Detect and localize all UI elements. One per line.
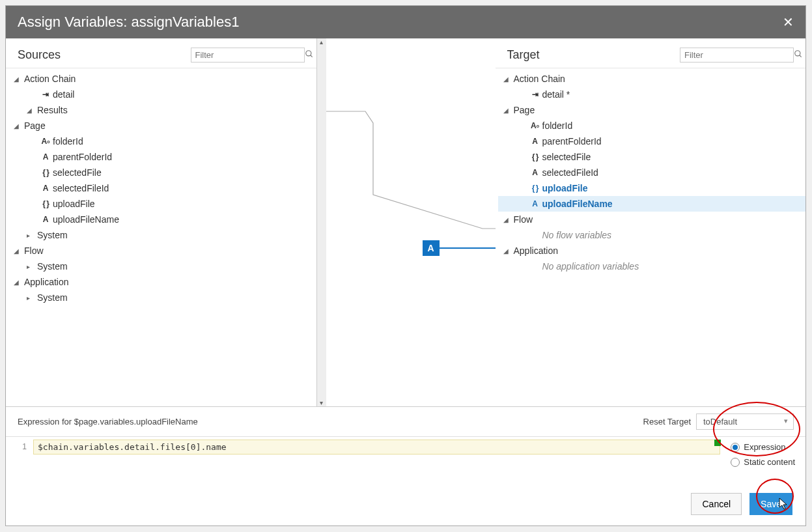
expression-bar: Expression for $page.variables.uploadFil… — [6, 407, 805, 436]
tree-node-selectedfile[interactable]: selectedFile — [8, 165, 316, 180]
mapping-canvas: A — [326, 38, 496, 406]
tree-node-uploadfilename[interactable]: AuploadFileName — [8, 212, 316, 227]
tree-node-parentfolderid[interactable]: AparentFolderId — [8, 149, 316, 165]
target-tree: ◢Action Chain ⇥detail * ◢Page AofolderId… — [496, 68, 806, 406]
validity-marker-icon — [714, 440, 721, 446]
string-icon: A — [40, 215, 51, 224]
tree-node-detail[interactable]: ⇥detail — [8, 87, 316, 102]
svg-line-1 — [310, 55, 312, 57]
svg-point-2 — [795, 51, 800, 56]
expression-editor-row: 1 $chain.variables.detail.files[0].name … — [6, 436, 805, 483]
tree-node-application[interactable]: ◢Application — [8, 274, 316, 290]
string-icon: A — [40, 184, 51, 193]
target-header: Target — [496, 38, 806, 68]
tree-node-uploadfile[interactable]: uploadFile — [8, 196, 316, 212]
radio-expression[interactable]: Expression — [731, 442, 795, 452]
tree-node-system[interactable]: ▸System — [8, 227, 316, 243]
tree-node-folderid[interactable]: AofolderId — [8, 133, 316, 149]
target-filter-input[interactable] — [684, 50, 794, 60]
sources-filter-input[interactable] — [195, 50, 305, 60]
target-title: Target — [507, 48, 540, 62]
search-icon — [794, 49, 803, 61]
tree-node-action-chain[interactable]: ◢Action Chain — [8, 71, 316, 87]
string-icon: A — [529, 168, 541, 177]
radio-static[interactable]: Static content — [731, 457, 795, 467]
sources-header: Sources — [6, 38, 316, 68]
expression-mode-radios: Expression Static content — [727, 440, 799, 469]
string-icon: A — [40, 152, 51, 161]
object-icon — [40, 168, 51, 177]
tree-node-selectedfile[interactable]: selectedFile — [498, 149, 806, 165]
dialog-title: Assign Variables: assignVariables1 — [18, 14, 239, 31]
tree-node-system[interactable]: ▸System — [8, 290, 316, 305]
tree-node-application[interactable]: ◢Application — [498, 243, 806, 259]
string-icon: Ao — [529, 121, 541, 130]
radio-icon — [731, 458, 740, 467]
close-icon[interactable]: ✕ — [783, 14, 794, 30]
tree-node-parentfolderid[interactable]: AparentFolderId — [498, 133, 806, 149]
sources-title: Sources — [18, 48, 61, 62]
reset-target-select[interactable]: toDefault — [696, 413, 794, 430]
object-icon — [529, 152, 541, 161]
sources-filter[interactable] — [191, 48, 305, 63]
input-icon: ⇥ — [529, 90, 541, 99]
sources-panel: Sources ◢Action Chain ⇥detail ◢Results ◢… — [6, 38, 317, 406]
svg-point-0 — [305, 51, 311, 56]
tree-node-uploadfile[interactable]: uploadFile — [498, 180, 806, 196]
target-panel: Target ◢Action Chain ⇥detail * ◢Page Aof… — [496, 38, 806, 406]
dialog-actions: Cancel Save — [6, 483, 805, 525]
tree-node-action-chain[interactable]: ◢Action Chain — [498, 71, 806, 87]
assign-variables-dialog: Assign Variables: assignVariables1 ✕ Sou… — [5, 5, 806, 526]
save-button[interactable]: Save — [749, 493, 792, 515]
scroll-up-icon[interactable]: ▴ — [320, 38, 323, 46]
empty-app-msg: No application variables — [498, 259, 806, 274]
reset-target-label: Reset Target — [643, 417, 691, 427]
cancel-button[interactable]: Cancel — [691, 493, 742, 515]
svg-line-3 — [800, 55, 802, 57]
tree-node-page[interactable]: ◢Page — [8, 118, 316, 133]
string-icon: A — [529, 137, 541, 146]
input-icon: ⇥ — [40, 90, 51, 99]
expression-input[interactable]: $chain.variables.detail.files[0].name — [33, 440, 720, 455]
scroll-down-icon[interactable]: ▾ — [320, 399, 323, 406]
dialog-titlebar: Assign Variables: assignVariables1 ✕ — [6, 6, 805, 38]
target-filter[interactable] — [680, 48, 794, 63]
tree-node-results[interactable]: ◢Results — [8, 102, 316, 118]
radio-icon — [731, 443, 740, 452]
tree-node-selectedfileid[interactable]: AselectedFileId — [8, 180, 316, 196]
string-icon: A — [529, 199, 541, 208]
tree-node-flow[interactable]: ◢Flow — [8, 243, 316, 259]
tree-node-uploadfilename[interactable]: AuploadFileName — [498, 196, 806, 212]
tree-node-system[interactable]: ▸System — [8, 259, 316, 274]
expression-for-label: Expression for $page.variables.uploadFil… — [18, 417, 198, 427]
panels-container: Sources ◢Action Chain ⇥detail ◢Results ◢… — [6, 38, 805, 407]
empty-flow-msg: No flow variables — [498, 227, 806, 243]
sources-tree: ◢Action Chain ⇥detail ◢Results ◢Page Aof… — [6, 68, 316, 406]
tree-node-detail[interactable]: ⇥detail * — [498, 87, 806, 102]
tree-node-selectedfileid[interactable]: AselectedFileId — [498, 165, 806, 180]
object-icon — [40, 199, 51, 208]
sources-scrollbar[interactable]: ▴ ▾ — [317, 38, 326, 406]
tree-node-page[interactable]: ◢Page — [498, 102, 806, 118]
object-icon — [529, 184, 541, 193]
tree-node-flow[interactable]: ◢Flow — [498, 212, 806, 227]
search-icon — [305, 49, 314, 61]
reset-target: Reset Target toDefault — [643, 413, 794, 430]
tree-node-folderid[interactable]: AofolderId — [498, 118, 806, 133]
string-icon: Ao — [40, 137, 51, 146]
type-badge: A — [423, 240, 440, 256]
line-number: 1 — [12, 440, 27, 451]
